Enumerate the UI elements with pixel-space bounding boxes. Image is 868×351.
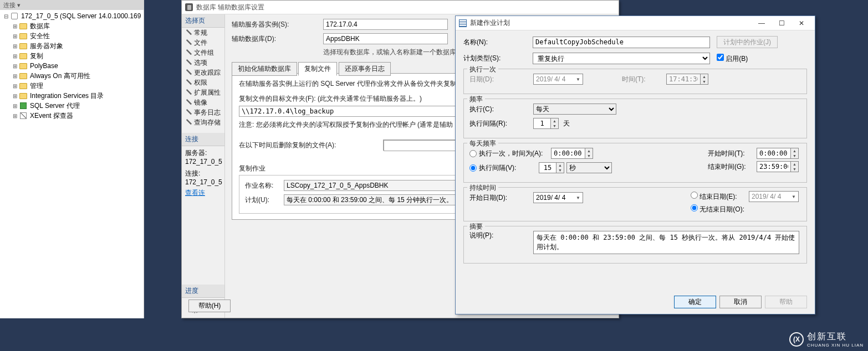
tree-item[interactable]: ⊞PolyBase <box>2 61 141 71</box>
close-button[interactable]: ✕ <box>792 17 811 29</box>
tree-server-root[interactable]: ⊟ 172_17_0_5 (SQL Server 14.0.1000.169 <box>2 11 141 21</box>
expand-icon[interactable]: ⊞ <box>12 53 18 59</box>
connect-toolbar[interactable]: 连接 ▾ <box>0 0 144 10</box>
cancel-button[interactable]: 取消 <box>719 296 762 308</box>
sidebar-page-item[interactable]: 镜像 <box>182 97 224 107</box>
daily-once-radio[interactable] <box>469 150 477 157</box>
tree-item[interactable]: ⊞数据库 <box>2 21 141 31</box>
expand-icon[interactable]: ⊞ <box>12 63 18 69</box>
daily-repeat-unit-select[interactable]: 秒 <box>566 162 612 173</box>
tab-restore-log[interactable]: 还原事务日志 <box>339 62 391 76</box>
group-legend: 持续时间 <box>467 183 498 193</box>
sidebar-page-item[interactable]: 更改跟踪 <box>182 68 224 78</box>
tab-copy-files[interactable]: 复制文件 <box>298 62 337 76</box>
dialog-titlebar[interactable]: 新建作业计划 — ☐ ✕ <box>456 16 815 30</box>
connection-label: 连接: <box>185 169 221 178</box>
xe-icon <box>20 112 27 119</box>
job-name-label: 作业名称: <box>245 181 284 190</box>
sidebar-page-item[interactable]: 权限 <box>182 78 224 87</box>
name-label: 名称(N): <box>463 38 533 47</box>
interval-spinner[interactable]: ▲▼ <box>533 118 559 129</box>
expand-icon[interactable]: ⊞ <box>12 83 18 89</box>
ok-button[interactable]: 确定 <box>674 296 716 308</box>
sidebar-page-item[interactable]: 常规 <box>182 28 224 38</box>
tree-item[interactable]: ⊞XEvent 探查器 <box>2 111 141 121</box>
schedule-type-select[interactable]: 重复执行 <box>533 53 710 64</box>
group-legend: 摘要 <box>467 222 485 231</box>
tree-label: 数据库 <box>30 22 50 31</box>
folder-icon <box>19 53 27 59</box>
dialog-sidebar: 选择页 常规文件文件组选项更改跟踪权限扩展属性镜像事务日志查询存储 连接 服务器… <box>182 14 225 318</box>
folder-icon <box>19 63 27 69</box>
sidebar-page-item[interactable]: 文件组 <box>182 48 224 58</box>
dropdown-icon: ▼ <box>576 77 580 82</box>
group-legend: 执行一次 <box>467 65 498 74</box>
expand-icon[interactable]: ⊞ <box>12 23 18 29</box>
maximize-button[interactable]: ☐ <box>772 17 792 29</box>
sidebar-page-item[interactable]: 扩展属性 <box>182 87 224 97</box>
enable-checkbox[interactable] <box>717 54 724 61</box>
connection-header: 连接 <box>182 133 224 146</box>
tree-label: PolyBase <box>30 62 58 70</box>
server-label: 服务器: <box>185 148 221 158</box>
no-end-date-radio-label[interactable]: 无结束日期(O): <box>691 204 744 214</box>
collapse-icon[interactable]: ⊟ <box>3 13 9 19</box>
end-date-radio-label[interactable]: 结束日期(E): 2019/ 4/ 4▼ <box>691 191 799 202</box>
name-input[interactable] <box>533 37 710 48</box>
schedule-label: 计划(U): <box>245 195 284 205</box>
end-time-spinner[interactable]: ▲▼ <box>757 161 799 172</box>
end-date-radio[interactable] <box>691 192 698 199</box>
sidebar-page-item[interactable]: 查询存储 <box>182 117 224 127</box>
object-explorer: 连接 ▾ ⊟ 172_17_0_5 (SQL Server 14.0.1000.… <box>0 0 144 318</box>
no-end-date-radio[interactable] <box>691 204 698 211</box>
summary-group: 摘要 说明(P): <box>463 226 807 264</box>
tree-item[interactable]: ⊞Always On 高可用性 <box>2 71 141 81</box>
interval-label: 执行间隔(R): <box>469 119 533 128</box>
sidebar-page-item[interactable]: 事务日志 <box>182 107 224 117</box>
dropdown-icon[interactable]: ▼ <box>576 195 580 200</box>
duration-group: 持续时间 开始日期(D): 2019/ 4/ 4▼ 结束日期(E): 2019/… <box>463 187 807 221</box>
job-name-input[interactable] <box>284 180 456 191</box>
execute-once-group: 执行一次 日期(D): 2019/ 4/ 4▼ 时间(T): ▲▼ <box>463 69 807 94</box>
enable-checkbox-label[interactable]: 启用(B) <box>717 54 748 64</box>
schedule-input[interactable] <box>284 194 456 205</box>
expand-icon[interactable]: ⊞ <box>12 73 18 79</box>
expand-icon[interactable]: ⊞ <box>12 33 18 39</box>
tree-item[interactable]: ⊞复制 <box>2 51 141 61</box>
view-connection-link[interactable]: 查看连 <box>185 189 205 197</box>
secondary-db-input[interactable] <box>323 33 448 44</box>
dialog-titlebar[interactable]: 数据库 辅助数据库设置 <box>182 1 619 14</box>
sidebar-page-item[interactable]: 选项 <box>182 58 224 68</box>
tree-item[interactable]: ⊞SQL Server 代理 <box>2 101 141 111</box>
tree-item[interactable]: ⊞Integration Services 目录 <box>2 91 141 101</box>
wrench-icon <box>185 29 192 36</box>
sidebar-page-item[interactable]: 文件 <box>182 38 224 48</box>
watermark-text: 创新互联 <box>807 332 847 341</box>
wrench-icon <box>185 39 192 46</box>
instance-input[interactable] <box>323 19 448 30</box>
help-button[interactable]: 帮助(H) <box>188 300 231 312</box>
execute-select[interactable]: 每天 <box>533 104 616 115</box>
end-date-picker: 2019/ 4/ 4▼ <box>749 191 799 202</box>
start-date-picker[interactable]: 2019/ 4/ 4▼ <box>533 192 583 203</box>
daily-repeat-label: 执行间隔(V): <box>479 163 539 173</box>
tab-initialize[interactable]: 初始化辅助数据库 <box>232 62 297 76</box>
connection-value: 172_17_0_5 <box>185 178 221 186</box>
minimize-button[interactable]: — <box>752 17 772 29</box>
tree-item[interactable]: ⊞服务器对象 <box>2 41 141 51</box>
wrench-icon <box>185 109 192 116</box>
expand-icon[interactable]: ⊞ <box>12 43 18 49</box>
start-time-spinner[interactable]: ▲▼ <box>757 148 799 159</box>
expand-icon[interactable]: ⊞ <box>12 103 18 109</box>
tree-item[interactable]: ⊞管理 <box>2 81 141 91</box>
expand-icon[interactable]: ⊞ <box>12 93 18 99</box>
expand-icon[interactable]: ⊞ <box>12 113 18 119</box>
tree-label: XEvent 探查器 <box>30 111 73 121</box>
daily-once-time-spinner[interactable]: ▲▼ <box>551 148 593 159</box>
tree-item[interactable]: ⊞安全性 <box>2 31 141 41</box>
once-time-spinner: ▲▼ <box>666 74 708 85</box>
daily-repeat-value-spinner[interactable]: ▲▼ <box>539 162 564 173</box>
select-page-header: 选择页 <box>182 14 224 28</box>
summary-textarea[interactable] <box>533 231 799 254</box>
daily-repeat-radio[interactable] <box>469 164 477 172</box>
